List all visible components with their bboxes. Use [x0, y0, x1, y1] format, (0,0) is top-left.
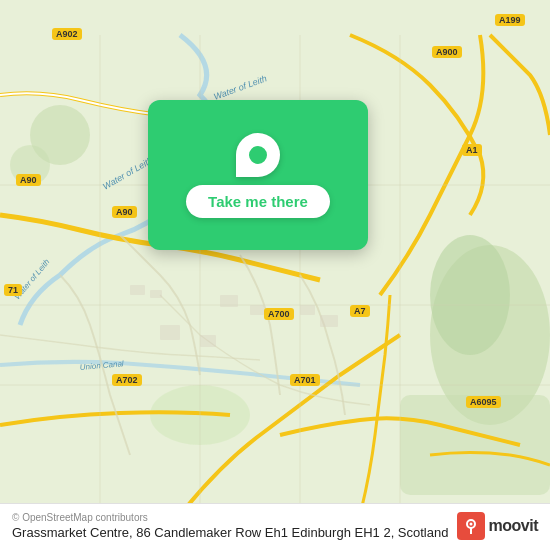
map-container: Water of Leith Water of Leith Water of L…	[0, 0, 550, 550]
road-badge-a900: A900	[432, 46, 462, 58]
svg-rect-14	[130, 285, 145, 295]
map-attribution: © OpenStreetMap contributors	[12, 512, 448, 523]
location-pin-icon	[236, 133, 280, 177]
road-badge-a700: A700	[264, 308, 294, 320]
road-badge-a7: A7	[350, 305, 370, 317]
take-me-there-button[interactable]: Take me there	[186, 185, 330, 218]
overlay-card: Take me there	[148, 100, 368, 250]
location-address: Grassmarket Centre, 86 Candlemaker Row E…	[12, 525, 448, 540]
bottom-bar: © OpenStreetMap contributors Grassmarket…	[0, 503, 550, 550]
svg-rect-18	[160, 325, 180, 340]
road-badge-a701: A701	[290, 374, 320, 386]
svg-rect-15	[150, 290, 162, 298]
road-badge-a902: A902	[52, 28, 82, 40]
road-badge-a1: A1	[462, 144, 482, 156]
pin-wrapper	[227, 123, 289, 185]
road-badge-a702: A702	[112, 374, 142, 386]
road-badge-a90-left: A90	[16, 174, 41, 186]
svg-rect-3	[400, 395, 550, 495]
svg-rect-16	[220, 295, 238, 307]
road-badge-a199: A199	[495, 14, 525, 26]
road-badge-a6095: A6095	[466, 396, 501, 408]
moovit-text: moovit	[489, 517, 538, 535]
svg-rect-17	[250, 305, 264, 315]
moovit-icon	[457, 512, 485, 540]
bottom-left: © OpenStreetMap contributors Grassmarket…	[12, 512, 448, 540]
svg-rect-20	[300, 305, 315, 315]
moovit-logo: moovit	[457, 512, 538, 540]
svg-point-27	[469, 523, 472, 526]
svg-rect-19	[200, 335, 216, 347]
svg-rect-21	[320, 315, 338, 327]
road-badge-a90-mid: A90	[112, 206, 137, 218]
map-svg: Water of Leith Water of Leith Water of L…	[0, 0, 550, 550]
road-badge-a71: 71	[4, 284, 22, 296]
svg-point-2	[430, 235, 510, 355]
